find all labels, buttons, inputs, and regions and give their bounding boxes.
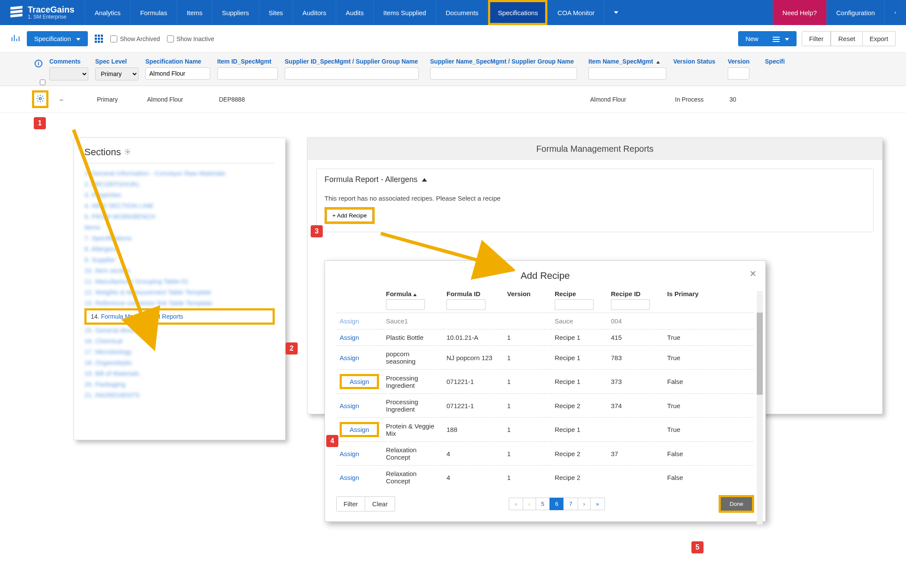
page-7[interactable]: 7: [563, 498, 578, 510]
section-item[interactable]: 18. Organoleptic: [84, 357, 275, 368]
col-spec-name[interactable]: Specification Name: [145, 58, 210, 65]
section-item[interactable]: 8. Allergens: [84, 243, 275, 254]
section-item[interactable]: 20. Packaging: [84, 379, 275, 390]
nav-configuration[interactable]: Configuration: [826, 0, 884, 25]
assign-link[interactable]: Assign: [350, 378, 369, 385]
show-inactive-check[interactable]: Show Inactive: [167, 35, 214, 42]
info-icon[interactable]: i: [35, 60, 42, 67]
section-item[interactable]: 5. FROM WORKBENCH: [84, 211, 275, 222]
done-button[interactable]: Done: [721, 497, 752, 511]
section-item[interactable]: 21. INGREDIENTS: [84, 390, 275, 400]
supname-filter[interactable]: [430, 67, 577, 80]
grid-row[interactable]: – Primary Almond Flour DEP8888 Almond Fl…: [0, 86, 906, 113]
filter-formula-id[interactable]: [447, 299, 485, 310]
reset-button[interactable]: Reset: [831, 31, 862, 46]
page-«[interactable]: «: [509, 498, 523, 510]
nav-help[interactable]: Need Help?: [773, 0, 826, 25]
section-item[interactable]: 15. General description: [84, 325, 275, 336]
filter-recipe-id[interactable]: [611, 299, 650, 310]
page-‹[interactable]: ‹: [523, 498, 536, 510]
assign-link[interactable]: Assign: [350, 426, 369, 433]
modal-clear-button[interactable]: Clear: [365, 496, 395, 511]
assign-link[interactable]: Assign: [340, 474, 359, 481]
section-active[interactable]: 14. Formula Management Reports: [84, 308, 275, 325]
section-item[interactable]: 1. General Information - Conveyor Raw Ma…: [84, 168, 275, 179]
col-item-id[interactable]: Item ID_SpecMgmt: [217, 58, 278, 65]
export-button[interactable]: Export: [863, 31, 896, 46]
section-active-link[interactable]: Formula Management Reports: [101, 313, 183, 320]
col-supplier-name[interactable]: Supplier Name_SpecMgmt / Supplier Group …: [430, 58, 582, 65]
section-item[interactable]: 2. ABCDEFGHIJKL: [84, 179, 275, 189]
th-formula-id[interactable]: Formula ID: [447, 290, 480, 297]
close-icon[interactable]: ✕: [749, 268, 757, 279]
nav-item-items-supplied[interactable]: Items Supplied: [373, 0, 436, 25]
nav-item-coa-monitor[interactable]: COA Monitor: [547, 0, 604, 25]
nav-item-audits[interactable]: Audits: [336, 0, 373, 25]
specname-filter[interactable]: [145, 67, 210, 80]
specification-dropdown[interactable]: Specification: [27, 31, 88, 46]
th-version[interactable]: Version: [507, 290, 530, 297]
page-»[interactable]: »: [590, 498, 604, 510]
comments-filter[interactable]: [49, 67, 88, 80]
nav-user[interactable]: [884, 0, 906, 25]
nav-item-suppliers[interactable]: Suppliers: [212, 0, 259, 25]
filter-button[interactable]: Filter: [802, 31, 831, 46]
supid-filter[interactable]: [285, 67, 419, 80]
section-item[interactable]: 7. Specifications: [84, 233, 275, 243]
filter-recipe[interactable]: [555, 299, 594, 310]
section-item[interactable]: 17. Microbiology: [84, 346, 275, 357]
new-menu-button[interactable]: [766, 31, 797, 46]
modal-scrollbar[interactable]: [757, 291, 763, 524]
section-item[interactable]: 9. Supplier: [84, 254, 275, 265]
nav-item-sites[interactable]: Sites: [259, 0, 292, 25]
section-item[interactable]: 19. Bill of Materials: [84, 368, 275, 379]
nav-item-items[interactable]: Items: [177, 0, 212, 25]
page-›[interactable]: ›: [578, 498, 591, 510]
col-version-status[interactable]: Version Status: [673, 58, 721, 65]
assign-link[interactable]: Assign: [340, 334, 359, 341]
section-item[interactable]: 11. Manufacturer Grouping Table-01: [84, 276, 275, 287]
page-6[interactable]: 6: [549, 498, 564, 510]
section-item[interactable]: 3. Properties: [84, 189, 275, 200]
section-gear-icon[interactable]: [124, 147, 131, 158]
speclevel-filter[interactable]: Primary: [95, 67, 138, 80]
assign-link[interactable]: Assign: [340, 354, 359, 361]
assign-link[interactable]: Assign: [340, 402, 359, 409]
itemid-filter[interactable]: [217, 67, 278, 80]
section-item[interactable]: 16. Chemical: [84, 336, 275, 346]
col-comments[interactable]: Comments: [49, 58, 88, 65]
col-item-name[interactable]: Item Name_SpecMgmt: [588, 58, 666, 65]
th-formula[interactable]: Formula: [386, 290, 411, 297]
col-supplier-id[interactable]: Supplier ID_SpecMgmt / Supplier Group Na…: [285, 58, 423, 65]
th-recipe[interactable]: Recipe: [555, 290, 576, 297]
section-item[interactable]: 10. Item section: [84, 265, 275, 276]
row-gear-button[interactable]: [32, 90, 48, 108]
report-card-header[interactable]: Formula Report - Allergens: [317, 169, 873, 190]
assign-link[interactable]: Assign: [340, 450, 359, 457]
nav-item-formulas[interactable]: Formulas: [130, 0, 177, 25]
section-item[interactable]: 12. Weights & Measurement Table Template: [84, 287, 275, 297]
section-item[interactable]: 4. NEW SECTION LINE: [84, 200, 275, 211]
modal-filter-button[interactable]: Filter: [336, 496, 365, 511]
nav-item-specifications[interactable]: Specifications: [488, 0, 548, 25]
nav-item-documents[interactable]: Documents: [436, 0, 488, 25]
nav-more[interactable]: [604, 0, 628, 25]
grid-view-icon[interactable]: [95, 35, 103, 43]
th-is-primary[interactable]: Is Primary: [667, 290, 699, 297]
chart-icon[interactable]: [10, 33, 20, 44]
th-recipe-id[interactable]: Recipe ID: [611, 290, 640, 297]
nav-item-analytics[interactable]: Analytics: [85, 0, 130, 25]
add-recipe-button[interactable]: + Add Recipe: [327, 209, 373, 222]
version-filter[interactable]: [728, 67, 749, 80]
col-spec-level[interactable]: Spec Level: [95, 58, 138, 65]
select-all-check[interactable]: [40, 80, 45, 85]
assign-link[interactable]: Assign: [340, 317, 359, 325]
nav-item-auditors[interactable]: Auditors: [292, 0, 336, 25]
page-5[interactable]: 5: [536, 498, 550, 510]
itemname-filter[interactable]: [588, 67, 666, 80]
col-version[interactable]: Version: [728, 58, 758, 65]
col-last[interactable]: Specifi: [765, 58, 785, 65]
new-button[interactable]: New: [738, 31, 766, 46]
section-item[interactable]: 13. Reference connector link Table Templ…: [84, 297, 275, 308]
show-archived-check[interactable]: Show Archived: [110, 35, 160, 42]
